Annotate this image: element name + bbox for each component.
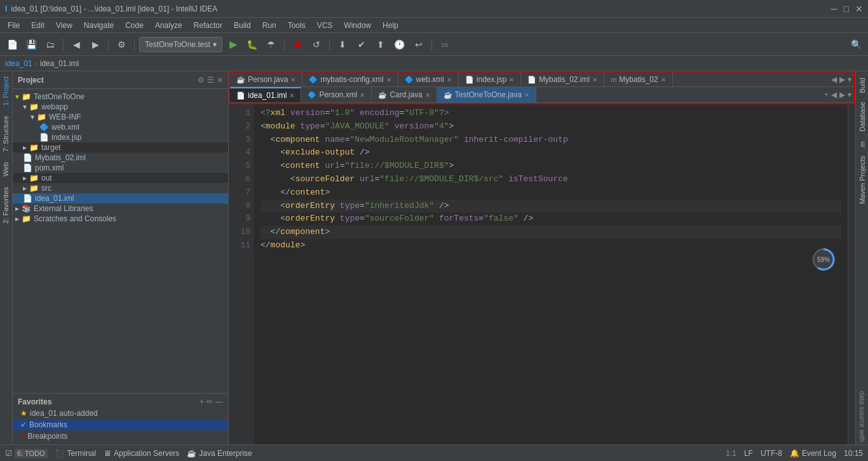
menu-vcs[interactable]: VCS: [312, 20, 338, 31]
menu-edit[interactable]: Edit: [26, 20, 50, 31]
run-with-coverage[interactable]: ☂: [263, 36, 280, 53]
tab-close-person-xml[interactable]: ✕: [360, 92, 365, 99]
code-editor[interactable]: 1 2 3 4 5 6 7 8 9 10 11 <?xml version="1…: [229, 104, 855, 444]
close-panel-icon[interactable]: ✕: [217, 76, 223, 85]
menu-run[interactable]: Run: [257, 20, 281, 31]
tree-item-extlibs[interactable]: ▸ 📚 External Libraries: [13, 203, 228, 214]
toolbar-back-btn[interactable]: ◀: [68, 36, 85, 53]
code-content[interactable]: <?xml version="1.0" encoding="UTF-8"?> <…: [254, 104, 848, 444]
search-everywhere-btn[interactable]: 🔍: [848, 36, 864, 53]
tab-close-mybatis02[interactable]: ✕: [661, 76, 666, 83]
vcs-push[interactable]: ⬆: [372, 36, 389, 53]
breadcrumb-project[interactable]: idea_01: [5, 59, 32, 68]
tab-mybatis02[interactable]: m Mybatis_02 ✕: [604, 72, 673, 86]
fav-item-bookmarks[interactable]: ✔ Bookmarks: [13, 419, 228, 430]
toolbar-save-all-btn[interactable]: 🗂: [42, 36, 58, 53]
tab-close-mybatis02-iml[interactable]: ✕: [592, 76, 597, 83]
tab-testonetoone-java[interactable]: ☕ TestOneToOne.java ✕: [437, 87, 536, 102]
menu-tools[interactable]: Tools: [283, 20, 311, 31]
tree-item-webinf[interactable]: ▾ 📁 WEB-INF: [13, 112, 228, 122]
toolbar-save-btn[interactable]: 💾: [23, 36, 39, 53]
vcs-commit[interactable]: ✔: [353, 36, 370, 53]
tab-close-idea01-iml[interactable]: ✕: [289, 92, 294, 99]
maven-panel-tab[interactable]: Maven Projects: [857, 152, 867, 208]
menu-help[interactable]: Help: [377, 20, 403, 31]
gear-icon[interactable]: ⚙: [198, 76, 205, 85]
fav-edit-icon[interactable]: ✏: [207, 397, 213, 406]
menu-window[interactable]: Window: [339, 20, 376, 31]
tree-item-out[interactable]: ▸ 📁 out: [13, 173, 228, 183]
tabs2-scroll-right[interactable]: ▶: [839, 90, 845, 99]
tab-person-java[interactable]: ☕ Person.java ✕: [230, 72, 302, 86]
vcs-update[interactable]: ⬇: [334, 36, 351, 53]
todo-button[interactable]: ☑ 6: TODO: [5, 449, 48, 458]
tab-card-java[interactable]: ☕ Card.java ✕: [372, 87, 437, 102]
tab-close-card-java[interactable]: ✕: [425, 92, 430, 99]
encoding-indicator[interactable]: UTF-8: [761, 449, 782, 458]
debug-button[interactable]: 🐛: [244, 36, 261, 53]
tab-mybatis02-iml[interactable]: 📄 Mybatis_02.iml ✕: [521, 72, 604, 86]
breadcrumb-file[interactable]: idea_01.iml: [40, 59, 79, 68]
structure-tab[interactable]: 7: Structure: [0, 111, 12, 157]
tab-close-person-java[interactable]: ✕: [290, 76, 295, 83]
toolbar-build-btn[interactable]: ⚙: [113, 36, 130, 53]
tree-item-src[interactable]: ▸ 📁 src: [13, 183, 228, 193]
datasource-hint[interactable]: data source with: [857, 389, 867, 444]
tree-item-testonetoone[interactable]: ▾ 📁 TestOneToOne: [13, 92, 228, 102]
tree-item-scratches[interactable]: ▸ 📁 Scratches and Consoles: [13, 214, 228, 224]
tree-item-pomxml[interactable]: 📄 pom.xml: [13, 163, 228, 173]
menu-analyze[interactable]: Analyze: [150, 20, 187, 31]
tab-idea01-iml[interactable]: 📄 idea_01.iml ✕: [230, 87, 301, 102]
maximize-button[interactable]: □: [844, 4, 849, 14]
project-tab[interactable]: 1: Project: [0, 71, 12, 111]
stop-button[interactable]: ⏹: [289, 36, 306, 53]
tree-item-target[interactable]: ▸ 📁 target: [13, 142, 228, 153]
fav-item-breakpoints[interactable]: ● Breakpoints: [13, 430, 228, 442]
close-button[interactable]: ✕: [855, 4, 863, 14]
fav-remove-icon[interactable]: —: [215, 397, 223, 406]
restart-button[interactable]: ↺: [308, 36, 325, 53]
tab-index-jsp[interactable]: 📄 index.jsp ✕: [459, 72, 521, 86]
tab-person-xml[interactable]: 🔷 Person.xml ✕: [301, 87, 372, 102]
tabs2-menu[interactable]: ▾: [848, 90, 851, 99]
m-panel-tab[interactable]: m: [857, 137, 867, 151]
menu-navigate[interactable]: Navigate: [79, 20, 119, 31]
app-servers-button[interactable]: 🖥 Application Servers: [104, 449, 179, 458]
tree-item-indexjsp[interactable]: 📄 index.jsp: [13, 132, 228, 142]
tree-item-idea01iml[interactable]: 📄 idea_01.iml: [13, 193, 228, 203]
run-config-selector[interactable]: TestOneToOne.test ▾: [139, 37, 222, 52]
build-panel-tab[interactable]: Build: [857, 74, 867, 97]
toolbar-new-btn[interactable]: 📄: [4, 36, 20, 53]
tab-close-web-xml[interactable]: ✕: [447, 76, 452, 83]
favorites-tab[interactable]: 2: Favorites: [0, 182, 12, 228]
tabs-scroll-right[interactable]: ▶: [839, 75, 845, 84]
fav-add-icon[interactable]: +: [200, 397, 204, 406]
menu-code[interactable]: Code: [120, 20, 149, 31]
tabs2-scroll-left[interactable]: ◀: [831, 90, 837, 99]
terminal-btn[interactable]: ss: [437, 36, 453, 53]
toolbar-forward-btn[interactable]: ▶: [87, 36, 104, 53]
web-tab[interactable]: Web: [0, 157, 12, 181]
menu-file[interactable]: File: [3, 20, 25, 31]
tabs2-add[interactable]: +: [824, 90, 829, 99]
tab-close-index-jsp[interactable]: ✕: [509, 76, 514, 83]
tree-item-mybatis02iml[interactable]: 📄 Mybatis_02.iml: [13, 153, 228, 163]
tab-web-xml[interactable]: 🔷 web.xml ✕: [398, 72, 459, 86]
vcs-revert[interactable]: ↩: [410, 36, 427, 53]
run-button[interactable]: ▶: [225, 36, 241, 53]
tree-item-webxml[interactable]: 🔷 web.xml: [13, 122, 228, 132]
settings-icon[interactable]: ☰: [207, 76, 214, 85]
tab-close-testonetoone-java[interactable]: ✕: [524, 92, 529, 99]
menu-view[interactable]: View: [51, 20, 78, 31]
line-ending-indicator[interactable]: LF: [744, 449, 753, 458]
database-panel-tab[interactable]: Database: [857, 98, 867, 135]
tabs-menu[interactable]: ▾: [848, 75, 851, 84]
menu-build[interactable]: Build: [229, 20, 256, 31]
terminal-button[interactable]: ⬛ Terminal: [55, 449, 96, 458]
tree-item-webapp[interactable]: ▾ 📁 webapp: [13, 102, 228, 112]
menu-refactor[interactable]: Refactor: [189, 20, 227, 31]
tabs-scroll-left[interactable]: ◀: [831, 75, 837, 84]
java-enterprise-button[interactable]: ☕ Java Enterprise: [187, 449, 252, 458]
vcs-history[interactable]: 🕐: [391, 36, 408, 53]
event-log-button[interactable]: 🔔 Event Log: [790, 449, 836, 458]
